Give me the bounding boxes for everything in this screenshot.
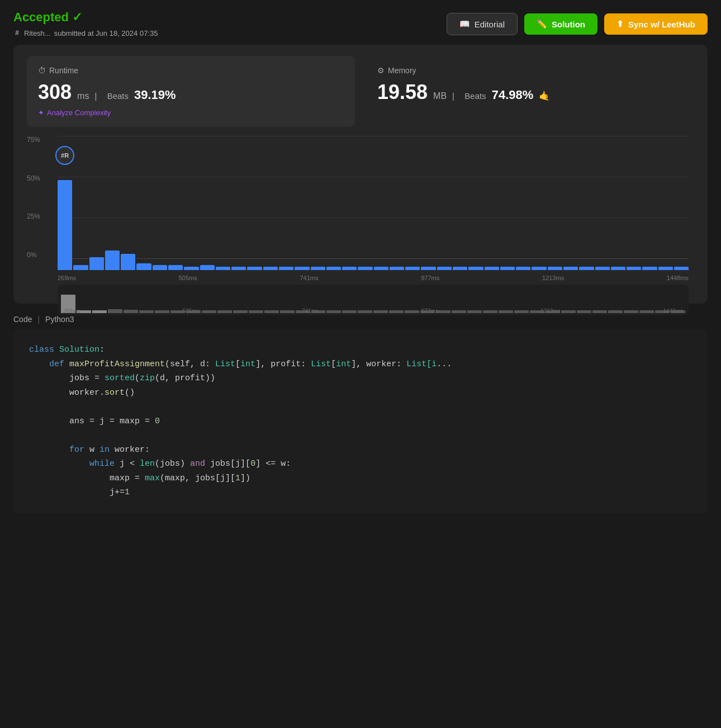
memory-beats-pct: 74.98% (492, 88, 534, 102)
bar-fill-34 (595, 267, 610, 270)
clock-icon: ⏱ (38, 66, 46, 75)
bar-fill-32 (563, 267, 578, 270)
runtime-beats-pct: 39.19% (134, 88, 176, 102)
code-line-10: maxp = max(maxp, jobs[j][1]) (29, 471, 692, 486)
bar-fill-30 (532, 267, 546, 270)
chart-bar-20 (374, 147, 388, 270)
bar-fill-8 (184, 267, 198, 270)
sync-button[interactable]: ⬆ Sync w/ LeetHub (604, 13, 708, 35)
mini-x-2: 505ms (183, 308, 200, 314)
chart-bar-4 (121, 147, 135, 270)
bar-fill-20 (374, 267, 388, 270)
chart-bar-9 (200, 147, 215, 270)
bar-fill-27 (485, 267, 499, 270)
chart-bar-6 (153, 147, 167, 270)
chart-bar-22 (405, 147, 420, 270)
bar-fill-17 (326, 267, 341, 270)
chart-bar-18 (342, 147, 357, 270)
bar-fill-3 (105, 250, 120, 270)
bar-fill-33 (579, 267, 594, 270)
bar-fill-12 (247, 267, 262, 270)
bar-fill-37 (642, 267, 657, 270)
x-label-3: 741ms (300, 275, 319, 281)
chart-bar-30 (532, 147, 546, 270)
chart-bar-14 (279, 147, 293, 270)
memory-value-row: 19.58 MB | Beats 74.98% 🤙 (377, 81, 683, 104)
bar-fill-11 (231, 267, 246, 270)
code-line-7 (29, 428, 692, 443)
submission-info: ＃ Ritesh... submitted at Jun 18, 2024 07… (13, 28, 158, 38)
memory-number: 19.58 (377, 81, 428, 104)
chart-bar-27 (485, 147, 499, 270)
bar-fill-28 (500, 267, 515, 270)
avatar-marker: #R (55, 146, 74, 165)
code-line-1: class Solution: (29, 343, 692, 357)
runtime-title: ⏱ Runtime (38, 66, 344, 75)
bar-fill-38 (658, 267, 673, 270)
y-label-75: 75% (27, 136, 40, 144)
bar-fill-31 (548, 267, 562, 270)
bar-fill-16 (311, 267, 325, 270)
accepted-status: Accepted ✓ (13, 10, 158, 25)
analyze-label: Analyze Complexity (47, 108, 111, 117)
stats-container: ⏱ Runtime 308 ms | Beats 39.19% ✦ Analyz… (13, 45, 708, 304)
runtime-value-row: 308 ms | Beats 39.19% (38, 81, 344, 104)
solution-button[interactable]: ✏️ Solution (524, 13, 597, 35)
chart-bar-19 (358, 147, 372, 270)
runtime-label: Runtime (49, 66, 78, 75)
chart-bar-33 (579, 147, 594, 270)
code-line-5 (29, 400, 692, 414)
chart-bar-39 (674, 147, 689, 270)
bar-fill-24 (437, 267, 452, 270)
code-line-6: ans = j = maxp = 0 (29, 414, 692, 429)
chart-bar-1 (73, 147, 88, 270)
x-label-2: 505ms (179, 275, 197, 281)
y-label-25: 25% (27, 212, 40, 220)
editorial-button[interactable]: 📖 Editorial (447, 13, 518, 35)
bar-fill-0 (58, 180, 72, 270)
code-block: class Solution: def maxProfitAssignment(… (13, 329, 708, 513)
bar-fill-23 (421, 267, 435, 270)
chart-bar-25 (453, 147, 467, 270)
checkmark-icon: ✓ (72, 10, 82, 25)
chart-bar-11 (231, 147, 246, 270)
bar-fill-10 (216, 267, 230, 270)
bar-fill-9 (200, 265, 215, 270)
code-label: Code (13, 315, 32, 324)
memory-title: ⚙ Memory (377, 66, 683, 75)
mini-chart: 269ms 505ms 741ms 977ms 1213ms 1448ms (58, 285, 689, 315)
y-label-0: 0% (27, 251, 40, 259)
book-icon: 📖 (459, 19, 470, 29)
hash-icon: ＃ (13, 28, 21, 38)
chart-bar-28 (500, 147, 515, 270)
header-buttons: 📖 Editorial ✏️ Solution ⬆ Sync w/ LeetHu… (447, 13, 708, 35)
bar-fill-39 (674, 267, 689, 270)
submitted-at: submitted at Jun 18, 2024 07:35 (54, 29, 158, 37)
memory-label: Memory (388, 66, 416, 75)
runtime-beats-text: Beats (107, 91, 129, 101)
bar-fill-13 (263, 267, 278, 270)
chart-bar-36 (627, 147, 641, 270)
bar-fill-18 (342, 267, 357, 270)
stats-top: ⏱ Runtime 308 ms | Beats 39.19% ✦ Analyz… (27, 56, 694, 127)
bar-fill-1 (73, 265, 88, 270)
memory-beats-label: | (452, 91, 459, 101)
bar-fill-4 (121, 254, 135, 270)
edit-icon: ✏️ (537, 19, 547, 29)
bar-fill-2 (89, 257, 104, 270)
chart-bar-32 (563, 147, 578, 270)
code-line-3: jobs = sorted(zip(d, profit)) (29, 371, 692, 386)
x-label-1: 269ms (58, 275, 76, 281)
analyze-complexity-button[interactable]: ✦ Analyze Complexity (38, 108, 111, 117)
x-label-5: 1213ms (542, 275, 564, 281)
runtime-card: ⏱ Runtime 308 ms | Beats 39.19% ✦ Analyz… (27, 56, 355, 127)
runtime-beats-label: | (94, 91, 101, 101)
runtime-unit: ms (77, 91, 89, 101)
chart-bar-0: #R (58, 147, 72, 270)
bar-fill-36 (627, 267, 641, 270)
bar-fill-26 (468, 267, 483, 270)
chart-bar-29 (516, 147, 530, 270)
chart-bar-3 (105, 147, 120, 270)
chart-bar-26 (468, 147, 483, 270)
bar-fill-19 (358, 267, 372, 270)
